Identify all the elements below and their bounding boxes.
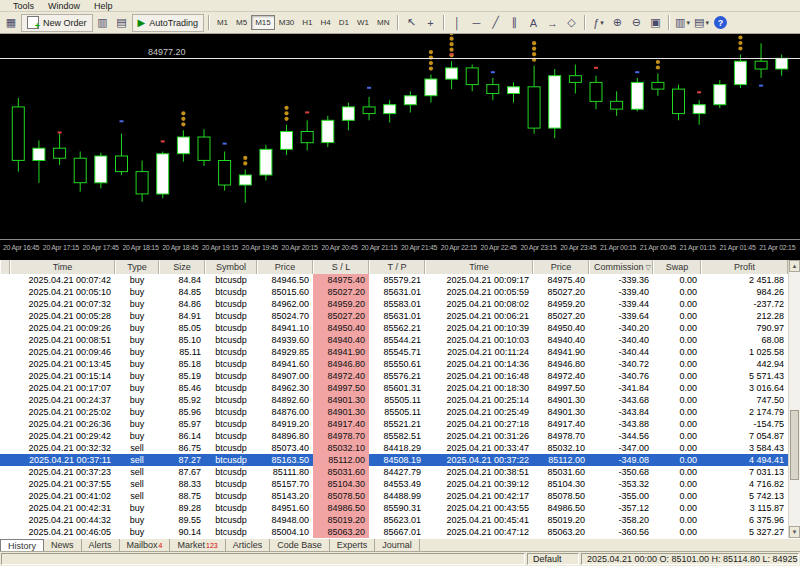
table-row[interactable]: 2025.04.21 00:29:42buy86.14btcusdp84896.… bbox=[0, 430, 800, 442]
chart-canvas[interactable] bbox=[0, 34, 800, 240]
menu-item-help[interactable]: Help bbox=[87, 1, 120, 11]
arrows-tool-icon[interactable]: → bbox=[543, 14, 561, 32]
timeframe-h4[interactable]: H4 bbox=[317, 15, 335, 30]
timeframe-d1[interactable]: D1 bbox=[335, 15, 353, 30]
table-row[interactable]: 2025.04.21 00:24:37buy85.92btcusdp84892.… bbox=[0, 394, 800, 406]
table-row[interactable]: 2025.04.21 00:09:26buy85.05btcusdp84941.… bbox=[0, 322, 800, 334]
table-row[interactable]: 2025.04.21 00:05:28buy84.91btcusdp85024.… bbox=[0, 310, 800, 322]
table-row[interactable]: 2025.04.21 00:09:46buy85.11btcusdp84929.… bbox=[0, 346, 800, 358]
table-row[interactable]: 2025.04.21 00:15:14buy85.19btcusdp84907.… bbox=[0, 370, 800, 382]
timeframe-m15[interactable]: M15 bbox=[251, 15, 275, 30]
help-icon[interactable]: ? bbox=[711, 14, 729, 32]
column-header-close-time[interactable]: Time bbox=[425, 260, 533, 274]
table-row[interactable]: 2025.04.21 00:17:07buy85.46btcusdp84962.… bbox=[0, 382, 800, 394]
cell-commission: -343.88 bbox=[589, 418, 653, 430]
tab-history[interactable]: History bbox=[0, 539, 44, 551]
table-row[interactable]: 2025.04.21 00:41:02sell88.75btcusdp85143… bbox=[0, 490, 800, 502]
timeframe-m30[interactable]: M30 bbox=[275, 15, 299, 30]
tab-articles[interactable]: Articles bbox=[226, 539, 271, 551]
column-header-tp[interactable]: T / P bbox=[369, 260, 425, 274]
cell-type: sell bbox=[115, 454, 159, 466]
timeframe-w1[interactable]: W1 bbox=[353, 15, 373, 30]
table-row[interactable]: 2025.04.21 00:25:02buy85.96btcusdp84876.… bbox=[0, 406, 800, 418]
cell-type: sell bbox=[115, 478, 159, 490]
profiles-icon[interactable]: ▤ bbox=[113, 14, 131, 32]
column-header-commission[interactable]: Commission▽ bbox=[589, 260, 653, 274]
column-header-symbol[interactable]: Symbol bbox=[205, 260, 257, 274]
tab-label: History bbox=[8, 541, 36, 551]
candle bbox=[33, 140, 45, 182]
column-header-swap[interactable]: Swap bbox=[653, 260, 701, 274]
crosshair-icon[interactable]: + bbox=[421, 14, 439, 32]
tab-journal[interactable]: Journal bbox=[375, 539, 420, 551]
candle bbox=[363, 97, 375, 120]
menu-item-tools[interactable]: Tools bbox=[6, 1, 41, 11]
cell-tp: 84508.19 bbox=[369, 454, 425, 466]
table-row[interactable]: 2025.04.21 00:37:11sell87.27btcusdp85163… bbox=[0, 454, 800, 466]
candlestick-chart[interactable]: 84977.20 20 Apr 16:4520 Apr 17:1520 Apr … bbox=[0, 34, 800, 260]
tab-news[interactable]: News bbox=[44, 539, 82, 551]
table-scrollbar[interactable]: ▲ ▼ bbox=[788, 260, 800, 538]
timeframe-mn[interactable]: MN bbox=[373, 15, 393, 30]
table-row[interactable]: 2025.04.21 00:32:32sell86.75btcusdp85073… bbox=[0, 442, 800, 454]
timeframe-m1[interactable]: M1 bbox=[213, 15, 232, 30]
tab-code-base[interactable]: Code Base bbox=[270, 539, 330, 551]
scroll-up-icon[interactable]: ▲ bbox=[789, 260, 800, 272]
timeframe-h1[interactable]: H1 bbox=[298, 15, 316, 30]
terminal-window-icon[interactable]: ▦ bbox=[2, 14, 20, 32]
table-row[interactable]: 2025.04.21 00:37:55sell88.33btcusdp85157… bbox=[0, 478, 800, 490]
cell-commission: -350.68 bbox=[589, 466, 653, 478]
timeframe-m5[interactable]: M5 bbox=[232, 15, 251, 30]
vertical-line-icon[interactable]: │ bbox=[448, 14, 466, 32]
time-axis-label: 21 Apr 00:15 bbox=[600, 244, 636, 251]
tab-experts[interactable]: Experts bbox=[330, 539, 376, 551]
templates-dropdown[interactable]: ▤▾ bbox=[692, 14, 710, 32]
tab-alerts[interactable]: Alerts bbox=[82, 539, 120, 551]
table-row[interactable]: 2025.04.21 00:07:32buy84.86btcusdp84962.… bbox=[0, 298, 800, 310]
scroll-down-icon[interactable]: ▼ bbox=[789, 526, 800, 538]
indicators-icon[interactable]: ƒ▾ bbox=[589, 14, 607, 32]
table-row[interactable]: 2025.04.21 00:13:45buy85.18btcusdp84941.… bbox=[0, 358, 800, 370]
cursor-icon[interactable]: ↖ bbox=[402, 14, 420, 32]
zoom-out-icon[interactable]: ⊖ bbox=[627, 14, 645, 32]
cell-profit: 1 025.58 bbox=[701, 346, 788, 358]
table-row[interactable]: 2025.04.21 00:05:10buy84.85btcusdp85015.… bbox=[0, 286, 800, 298]
column-header-size[interactable]: Size bbox=[159, 260, 205, 274]
table-body: 2025.04.21 00:07:42buy84.84btcusdp84946.… bbox=[0, 274, 800, 538]
menu-item-window[interactable]: Window bbox=[41, 1, 87, 11]
horizontal-line-icon[interactable]: ─ bbox=[467, 14, 485, 32]
table-row[interactable]: 2025.04.21 00:37:23sell87.67btcusdp85111… bbox=[0, 466, 800, 478]
cell-symbol: btcusdp bbox=[205, 286, 257, 298]
new-order-button[interactable]: New Order bbox=[21, 14, 93, 32]
signal-dot-icon bbox=[738, 46, 742, 50]
table-row[interactable]: 2025.04.21 00:42:31buy89.28btcusdp84951.… bbox=[0, 502, 800, 514]
scrollbar-thumb[interactable] bbox=[790, 410, 799, 480]
cell-time: 2025.04.21 00:42:31 bbox=[10, 502, 115, 514]
tab-market[interactable]: Market123 bbox=[170, 539, 225, 551]
tile-windows-icon[interactable]: ▣ bbox=[646, 14, 664, 32]
column-header-time[interactable]: Time bbox=[10, 260, 115, 274]
autotrading-button[interactable]: ▶ AutoTrading bbox=[132, 14, 204, 32]
text-label-icon[interactable]: A bbox=[524, 14, 542, 32]
table-row[interactable]: 2025.04.21 00:07:42buy84.84btcusdp84946.… bbox=[0, 274, 800, 286]
table-row[interactable]: 2025.04.21 00:26:36buy85.97btcusdp84919.… bbox=[0, 418, 800, 430]
status-profile[interactable]: Default bbox=[527, 553, 579, 565]
zoom-in-icon[interactable]: ⊕ bbox=[608, 14, 626, 32]
table-row[interactable]: 2025.04.21 00:46:05buy90.14btcusdp85004.… bbox=[0, 526, 800, 538]
table-row[interactable]: 2025.04.21 00:08:51buy85.10btcusdp84939.… bbox=[0, 334, 800, 346]
column-header-close-price[interactable]: Price bbox=[533, 260, 589, 274]
charts-icon[interactable]: ▥ bbox=[94, 14, 112, 32]
column-header-sl[interactable]: S / L bbox=[313, 260, 369, 274]
chart-style-dropdown[interactable]: ▥▾ bbox=[673, 14, 691, 32]
channel-icon[interactable]: ∥ bbox=[505, 14, 523, 32]
time-axis[interactable]: 20 Apr 16:4520 Apr 17:1520 Apr 17:4520 A… bbox=[0, 239, 800, 260]
column-header-price[interactable]: Price bbox=[257, 260, 313, 274]
table-row[interactable]: 2025.04.21 00:44:32buy89.55btcusdp84948.… bbox=[0, 514, 800, 526]
column-header-type[interactable]: Type bbox=[115, 260, 159, 274]
shapes-icon[interactable]: ◇ bbox=[562, 14, 580, 32]
cell-time: 2025.04.21 00:29:42 bbox=[10, 430, 115, 442]
trendline-icon[interactable]: ╱ bbox=[486, 14, 504, 32]
column-header-profit[interactable]: Profit bbox=[701, 260, 788, 274]
cell-sl: 85078.50 bbox=[313, 490, 369, 502]
tab-mailbox[interactable]: Mailbox4 bbox=[120, 539, 171, 551]
